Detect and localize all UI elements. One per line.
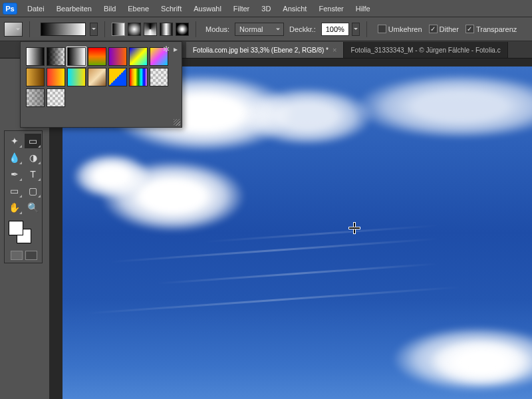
rectangle-tool[interactable]: ▢ [25,184,41,198]
gear-icon[interactable]: ✲ [163,45,170,54]
mode-label: Modus: [205,25,229,33]
gradient-swatch[interactable] [129,47,148,66]
type-tool[interactable]: T [25,167,41,182]
separator [366,21,367,37]
close-icon[interactable]: × [332,46,336,54]
checkbox-icon [429,25,438,33]
gradient-type-reflected[interactable] [160,23,173,36]
menu-filter[interactable]: Filter [227,2,255,15]
opacity-label: Deckkr.: [289,25,316,33]
gradient-swatch[interactable] [67,68,86,86]
hand-tool[interactable]: ✋ [6,200,23,215]
gradient-type-angle[interactable] [144,23,157,36]
transparency-label: Transparenz [476,25,517,33]
tab-title: Fotolia.com.jpg bei 33,3% (Ebene 2, RGB/… [193,47,329,54]
resize-grip-icon[interactable] [174,119,180,126]
gradient-swatch[interactable] [108,47,127,66]
gradient-picker-popup: ✲ ▸ [20,41,182,128]
tools-panel: ✦ ▭ 💧 ◑ ✒ T ▭ ▢ ✋ 🔍 [4,130,43,263]
menu-3d[interactable]: 3D [255,2,277,15]
menu-file[interactable]: Datei [21,2,51,15]
gradient-preset-grid [26,47,176,107]
gradient-swatch[interactable] [88,47,106,66]
screenmode-icon[interactable] [25,251,37,260]
reverse-label: Umkehren [388,25,422,33]
separator [196,21,196,37]
gradient-preview[interactable] [41,23,86,36]
gradient-type-linear[interactable] [112,23,125,36]
gradient-swatch[interactable] [47,68,65,86]
dither-checkbox-wrap[interactable]: Dither [429,25,459,33]
gradient-swatch[interactable] [67,47,86,66]
gradient-type-radial[interactable] [128,23,141,36]
history-brush-tool[interactable]: ✦ [6,134,23,148]
separator [29,21,30,37]
menu-edit[interactable]: Bearbeiten [51,2,98,15]
options-bar: Modus: Normal Deckkr.: 100% Umkehren Dit… [0,17,532,41]
dither-label: Dither [440,25,459,33]
color-swatches[interactable] [6,219,41,246]
opacity-field[interactable]: 100% [321,23,349,36]
menu-layer[interactable]: Ebene [122,2,155,15]
menu-bar: Ps Datei Bearbeiten Bild Ebene Schrift A… [0,0,532,17]
gradient-swatch[interactable] [108,68,127,86]
checkbox-icon [466,25,474,33]
menu-image[interactable]: Bild [98,2,122,15]
gradient-swatch[interactable] [88,68,106,86]
menu-view[interactable]: Ansicht [277,2,313,15]
gradient-swatch[interactable] [26,88,45,107]
pen-tool[interactable]: ✒ [6,167,23,182]
gradient-swatch[interactable] [150,68,168,86]
menu-window[interactable]: Fenster [313,2,349,15]
gradient-swatch[interactable] [47,88,65,107]
foreground-color[interactable] [9,221,23,235]
menu-select[interactable]: Auswahl [188,2,227,15]
reverse-checkbox-wrap[interactable]: Umkehren [378,25,422,33]
checkbox-icon [378,25,386,33]
tab-title: Fotolia_31333343_M - © Jürgen Fälchle - … [350,47,500,54]
opacity-slider-toggle[interactable] [352,23,360,36]
zoom-tool[interactable]: 🔍 [25,200,41,215]
tool-preset-picker[interactable] [4,22,23,37]
document-tab[interactable]: Fotolia_31333343_M - © Jürgen Fälchle - … [344,42,507,58]
gradient-type-diamond[interactable] [176,23,189,36]
document-tab[interactable]: Fotolia.com.jpg bei 33,3% (Ebene 2, RGB/… [186,42,344,58]
gradient-swatch[interactable] [47,47,65,66]
app-logo[interactable]: Ps [3,3,17,15]
gradient-swatch[interactable] [26,47,45,66]
screen-mode-switch[interactable] [6,248,41,260]
blend-mode-select[interactable]: Normal [235,23,284,36]
blur-tool[interactable]: 💧 [6,150,23,165]
menu-help[interactable]: Hilfe [350,2,376,15]
quickmask-icon[interactable] [11,251,23,260]
gradient-tool[interactable]: ▭ [25,134,41,148]
gradient-swatch[interactable] [26,68,45,86]
transparency-checkbox-wrap[interactable]: Transparenz [466,25,517,33]
separator [104,21,105,37]
path-select-tool[interactable]: ▭ [6,184,23,198]
crosshair-cursor-icon [349,223,360,233]
chevron-right-icon[interactable]: ▸ [174,45,178,54]
gradient-swatch[interactable] [129,68,148,86]
sponge-tool[interactable]: ◑ [25,150,41,165]
menu-type[interactable]: Schrift [155,2,188,15]
gradient-picker-toggle[interactable] [90,23,98,36]
